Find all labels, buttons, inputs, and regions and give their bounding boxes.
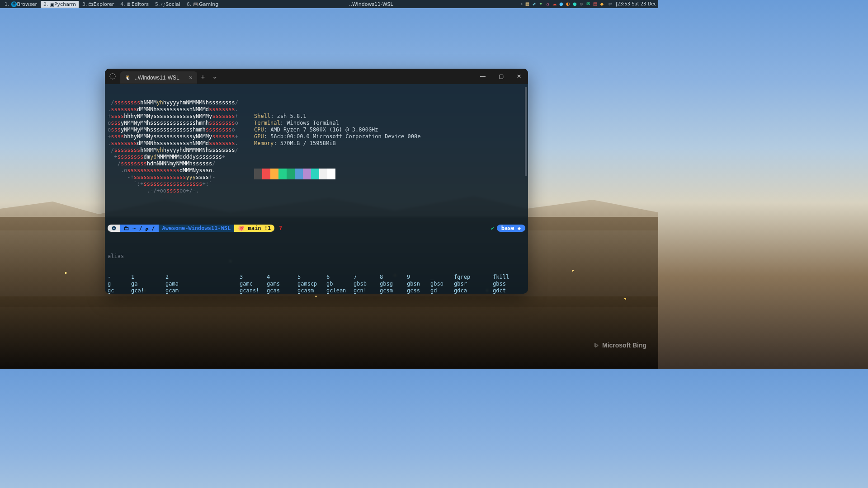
alias-cell: gama <box>165 281 240 287</box>
alias-cell: 6 <box>326 274 354 281</box>
prompt-path-prefix: 🗀 ~ / ℊ / <box>120 225 159 232</box>
terminal-body[interactable]: /sssssssshNMMMyhhyyyyhmNMMMMNhssssssss/.… <box>105 84 528 294</box>
tux-icon: 🐧 <box>125 75 131 80</box>
tab-dropdown-button[interactable]: ⌄ <box>209 72 221 80</box>
prompt-question-icon: ? <box>274 225 286 232</box>
alias-cell: 5 <box>297 274 326 281</box>
workspace-editors[interactable]: 4.🗎Editors <box>118 1 151 8</box>
alias-cell: gcasm <box>297 287 326 294</box>
new-tab-button[interactable]: + <box>197 73 209 80</box>
alias-cell: gbsr <box>454 281 493 287</box>
alias-cell: gd <box>430 287 454 294</box>
terminal-window: 🐧 ..Windows11-WSL × + ⌄ — ▢ ✕ /ssssssssh… <box>105 69 528 294</box>
alias-cell: 9 <box>407 274 430 281</box>
workspace-social[interactable]: 5.◌Social <box>152 1 183 8</box>
alias-cell: fgrep <box>454 274 493 281</box>
alias-cell: gdct <box>493 287 514 294</box>
workspace-pycharm[interactable]: 2.▣Pycharm <box>41 1 79 8</box>
tab-title: ..Windows11-WSL <box>135 75 179 81</box>
prompt: 🗀 ~ / ℊ / Awesome-Windows11-WSL 🐙 main !… <box>108 225 525 232</box>
tab-wsl[interactable]: 🐧 ..Windows11-WSL × <box>120 71 197 84</box>
alias-cell: gbsn <box>407 281 430 287</box>
system-info: Shell: zsh 5.8.1Terminal: Windows Termin… <box>254 99 420 194</box>
alias-cell: 4 <box>267 274 297 281</box>
alias-cell: g <box>108 281 131 287</box>
alias-cell: fkill <box>493 274 514 281</box>
alias-cell: gca! <box>131 287 165 294</box>
maximize-button[interactable]: ▢ <box>492 69 510 84</box>
alias-cell: gcss <box>407 287 430 294</box>
alias-cell: gbsg <box>380 281 407 287</box>
close-tab-icon[interactable]: × <box>189 74 193 81</box>
conda-env: base ◆ <box>497 225 525 232</box>
taskbar-title: ..Windows11-WSL <box>221 2 521 7</box>
workspace-gaming[interactable]: 6.🎮Gaming <box>184 1 222 8</box>
alias-cell: gamc <box>240 281 267 287</box>
bing-watermark: Microsoft Bing <box>593 342 646 349</box>
alias-cell: gb <box>326 281 354 287</box>
alias-cell: gcas <box>267 287 297 294</box>
titlebar[interactable]: 🐧 ..Windows11-WSL × + ⌄ — ▢ ✕ <box>105 69 528 84</box>
system-tray: › ▦⬈ ✦⌂ ☁● ◐● ⎋✉ ▤◆ ⇄ |23:53 Sat 23 Dec <box>521 2 656 6</box>
alias-cell: gams <box>267 281 297 287</box>
alias-cell: 3 <box>240 274 267 281</box>
neofetch-logo: /sssssssshNMMMyhhyyyyhmNMMMMNhssssssss/.… <box>108 99 243 194</box>
window-menu-icon[interactable] <box>105 69 120 84</box>
alias-cell: 1 <box>131 274 165 281</box>
clock: |23:53 Sat 23 Dec <box>616 2 656 6</box>
alias-cell: 7 <box>354 274 380 281</box>
alias-cell: gcn! <box>354 287 380 294</box>
prompt-path: Awesome-Windows11-WSL <box>159 225 235 232</box>
svg-point-2 <box>113 228 115 229</box>
alias-cell: gbss <box>493 281 514 287</box>
alias-cell: 2 <box>165 274 240 281</box>
close-button[interactable]: ✕ <box>510 69 528 84</box>
color-swatches <box>254 169 420 179</box>
alias-cell: ga <box>131 281 165 287</box>
alias-cell: gcsm <box>380 287 407 294</box>
alias-cell: _ <box>430 274 454 281</box>
alias-cell: 8 <box>380 274 407 281</box>
alias-cell: - <box>108 274 131 281</box>
prompt-branch: 🐙 main !1 <box>234 225 274 232</box>
minimize-button[interactable]: — <box>474 69 492 84</box>
tray-separator: ⇄ <box>608 2 612 6</box>
scrollbar[interactable] <box>525 87 527 290</box>
workspace-explorer[interactable]: 3.🗀Explorer <box>80 1 117 8</box>
alias-command: alias <box>108 253 525 260</box>
alias-cell: gbso <box>430 281 454 287</box>
alias-cell: gamscp <box>297 281 326 287</box>
workspace-browser[interactable]: 1.🌐Browser <box>2 1 40 8</box>
status-ok-icon: ✔ <box>491 225 494 232</box>
prompt-os-icon <box>108 225 120 232</box>
svg-point-0 <box>110 74 115 79</box>
taskbar: 1.🌐Browser2.▣Pycharm3.🗀Explorer4.🗎Editor… <box>0 0 658 8</box>
alias-cell: gcam <box>165 287 240 294</box>
alias-cell: gclean <box>326 287 354 294</box>
alias-cell: gdca <box>454 287 493 294</box>
alias-grid: -123456789_fgrepfkillggagamagamcgamsgams… <box>108 274 525 294</box>
alias-cell: gbsb <box>354 281 380 287</box>
alias-cell: gcans! <box>240 287 267 294</box>
alias-cell: gc <box>108 287 131 294</box>
